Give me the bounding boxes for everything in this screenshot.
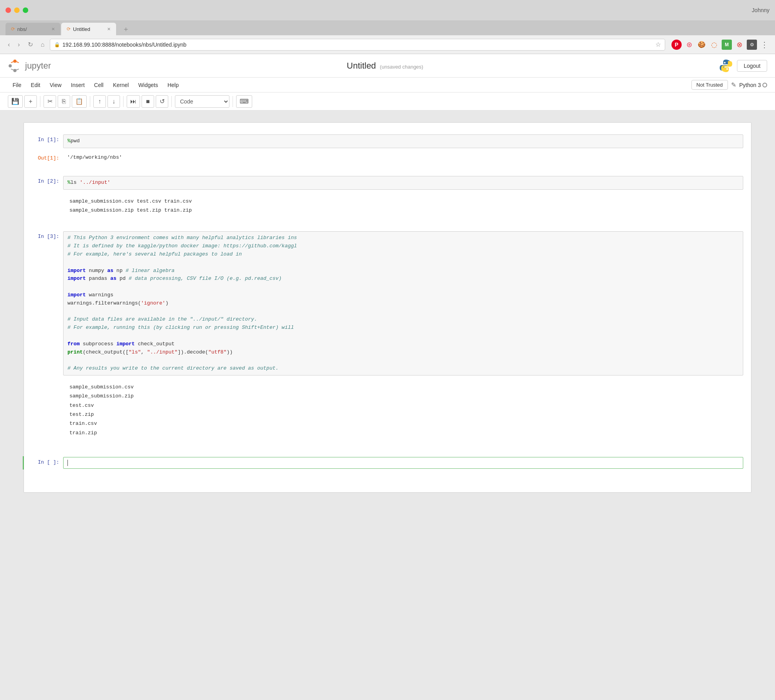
cell-4-in-label: In [ ]:	[24, 457, 63, 469]
menu-view[interactable]: View	[45, 80, 66, 90]
home-button[interactable]: ⌂	[38, 40, 47, 50]
cut-button[interactable]: ✂	[44, 95, 56, 108]
save-button[interactable]: 💾	[8, 95, 23, 108]
cell-1-code: %pwd	[67, 138, 80, 144]
menu-edit[interactable]: Edit	[26, 80, 45, 90]
copy-button[interactable]: ⎘	[58, 95, 70, 108]
more-icon[interactable]: ⋮	[759, 40, 770, 50]
paste-button[interactable]: 📋	[72, 95, 87, 108]
logout-button[interactable]: Logout	[737, 60, 767, 72]
cell-3-blank-4	[67, 332, 739, 340]
menu-file[interactable]: File	[8, 80, 26, 90]
cell-3-blank-1	[67, 259, 739, 267]
jupyter-menu-bar: File Edit View Insert Cell Kernel Widget…	[0, 78, 775, 92]
new-tab-button[interactable]: ＋	[117, 23, 135, 35]
maximize-button[interactable]	[23, 7, 28, 13]
bookmark-icon[interactable]: ☆	[655, 41, 661, 48]
cell-1-magic: %	[67, 138, 71, 144]
toolbar-separator-1	[40, 96, 40, 107]
cell-3-in-label: In [3]:	[24, 231, 63, 375]
forward-button[interactable]: ›	[15, 40, 22, 50]
toolbar-separator-3	[123, 96, 124, 107]
cell-2-in-label: In [2]:	[24, 176, 63, 190]
cell-3-blank-2	[67, 283, 739, 291]
notebook-area: In [1]: %pwd Out[1]: '/tmp/working/nbs' …	[0, 111, 775, 659]
cell-3-blank-3	[67, 308, 739, 316]
notebook-title-area: Untitled (unsaved changes)	[347, 61, 423, 71]
cell-2-arg: '../input'	[80, 180, 110, 185]
cell-1-input[interactable]: %pwd	[63, 134, 743, 148]
cell-1-in-label: In [1]:	[24, 134, 63, 148]
tab-nbs-close[interactable]: ✕	[51, 27, 55, 32]
toolbar-separator-5	[233, 96, 233, 107]
cell-3: In [3]: # This Python 3 environment come…	[24, 230, 751, 376]
back-button[interactable]: ‹	[5, 40, 12, 50]
title-bar: Johnny	[0, 0, 775, 20]
menu-widgets[interactable]: Widgets	[133, 80, 163, 90]
toolbar-separator-4	[171, 96, 172, 107]
cell-2-out-spacer	[24, 194, 63, 218]
svg-point-2	[9, 64, 12, 67]
move-down-button[interactable]: ↓	[107, 95, 120, 108]
cell-2-output-row: sample_submission.csv test.csv train.csv…	[24, 194, 751, 218]
menu-insert[interactable]: Insert	[66, 80, 89, 90]
refresh-button[interactable]: ↻	[25, 39, 35, 50]
cell-3-blank-5	[67, 356, 739, 365]
kernel-indicator: Python 3	[739, 82, 767, 88]
pocket-icon[interactable]: ⊛	[684, 40, 694, 50]
cell-3-out-file-1: sample_submission.csv	[69, 383, 739, 392]
move-up-button[interactable]: ↑	[93, 95, 106, 108]
cell-2-output-content: sample_submission.csv test.csv train.csv…	[63, 194, 751, 218]
menu-kernel[interactable]: Kernel	[108, 80, 133, 90]
browser-chrome: Johnny ⟳ nbs/ ✕ ⟳ Untitled ✕ ＋ ‹ › ↻ ⌂ 🔒…	[0, 0, 775, 54]
cell-type-select[interactable]: Code Markdown Raw NBConvert Heading	[175, 95, 229, 108]
close-button[interactable]	[5, 7, 11, 13]
jupyter-logo-icon	[8, 59, 22, 73]
pinterest-icon[interactable]: P	[671, 40, 682, 50]
cell-3-import-2: import pandas as pd # data processing, C…	[67, 275, 739, 283]
tab-untitled-close[interactable]: ✕	[107, 27, 111, 32]
edit-icon[interactable]: ✎	[731, 81, 736, 89]
restart-button[interactable]: ↺	[156, 95, 168, 108]
tab-nbs[interactable]: ⟳ nbs/ ✕	[5, 23, 60, 35]
not-trusted-button[interactable]: Not Trusted	[691, 80, 728, 90]
username: Johnny	[752, 7, 770, 13]
address-input-wrap[interactable]: 🔒 192.168.99.100:8888/notebooks/nbs/Unti…	[50, 39, 665, 51]
cell-4-input[interactable]	[63, 457, 743, 469]
extension-icon-2[interactable]: M	[722, 40, 732, 50]
insert-cell-button[interactable]: +	[24, 95, 37, 108]
kernel-name: Python 3	[739, 82, 761, 88]
extension-icon-4[interactable]: ⚙	[747, 40, 757, 50]
extension-icon-3[interactable]: ⊗	[734, 40, 744, 50]
cell-3-out-file-4: test.zip	[69, 410, 739, 419]
cell-1-output-content: '/tmp/working/nbs'	[63, 153, 751, 162]
minimize-button[interactable]	[14, 7, 20, 13]
notebook-title[interactable]: Untitled	[347, 61, 376, 71]
cookie-icon[interactable]: 🍪	[697, 40, 707, 50]
menu-help[interactable]: Help	[163, 80, 184, 90]
cell-4: In [ ]:	[23, 456, 751, 470]
notebook-container: In [1]: %pwd Out[1]: '/tmp/working/nbs' …	[24, 122, 751, 493]
new-tab-icon: ＋	[122, 24, 129, 34]
cell-2-input[interactable]: %ls '../input'	[63, 176, 743, 190]
jupyter-toolbar: 💾 + ✂ ⎘ 📋 ↑ ↓ ⏭ ■ ↺ Code Markdown Raw NB…	[0, 92, 775, 111]
cell-3-comment-2: # It is defined by the kaggle/python doc…	[67, 242, 739, 250]
cell-3-out-file-5: train.csv	[69, 419, 739, 428]
fast-forward-button[interactable]: ⏭	[127, 95, 140, 108]
cell-2-code: %ls '../input'	[67, 180, 110, 185]
extension-icon-1[interactable]: ◌	[709, 40, 719, 50]
jupyter-logo: jupyter	[8, 59, 51, 73]
tab-untitled[interactable]: ⟳ Untitled ✕	[61, 23, 116, 35]
cell-3-out-file-2: sample_submission.zip	[69, 392, 739, 401]
menu-cell[interactable]: Cell	[89, 80, 108, 90]
cell-3-from: from subprocess import check_output	[67, 340, 739, 348]
stop-button[interactable]: ■	[142, 95, 154, 108]
window-controls	[5, 7, 28, 13]
keyboard-shortcuts-button[interactable]: ⌨	[236, 95, 252, 108]
cell-2-output: sample_submission.csv test.csv train.csv…	[63, 194, 743, 218]
header-right: Logout	[719, 59, 767, 73]
cell-1-output-row: Out[1]: '/tmp/working/nbs'	[24, 152, 751, 163]
tab-nbs-label: nbs/	[17, 26, 27, 32]
cell-3-input[interactable]: # This Python 3 environment comes with m…	[63, 231, 743, 375]
menu-right: Not Trusted ✎ Python 3	[691, 80, 767, 90]
